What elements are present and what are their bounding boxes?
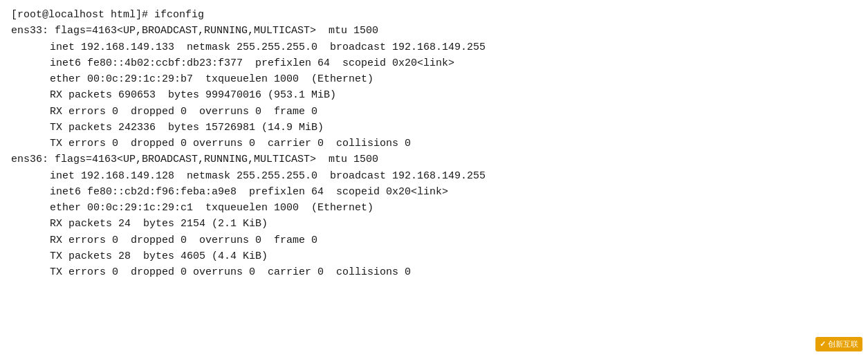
terminal-window: [root@localhost html]# ifconfigens33: fl… [0,0,868,357]
terminal-line: inet6 fe80::4b02:ccbf:db23:f377 prefixle… [11,55,857,71]
watermark-label: 创新互联 [828,339,858,349]
terminal-line: [root@localhost html]# ifconfig [11,7,857,23]
terminal-line: TX errors 0 dropped 0 overruns 0 carrier… [11,136,857,152]
terminal-line: inet 192.168.149.133 netmask 255.255.255… [11,39,857,55]
terminal-line: ens33: flags=4163<UP,BROADCAST,RUNNING,M… [11,23,857,39]
watermark: ✓ 创新互联 [815,337,862,351]
terminal-line: RX packets 24 bytes 2154 (2.1 KiB) [11,216,857,232]
terminal-line: TX packets 28 bytes 4605 (4.4 KiB) [11,248,857,264]
terminal-line: ether 00:0c:29:1c:29:b7 txqueuelen 1000 … [11,71,857,87]
terminal-line: RX errors 0 dropped 0 overruns 0 frame 0 [11,232,857,248]
terminal-line: TX errors 0 dropped 0 overruns 0 carrier… [11,264,857,280]
watermark-badge: ✓ 创新互联 [815,337,862,351]
check-icon: ✓ [820,340,826,349]
terminal-output: [root@localhost html]# ifconfigens33: fl… [11,7,857,280]
terminal-line: inet6 fe80::cb2d:f96:feba:a9e8 prefixlen… [11,184,857,200]
terminal-line: RX errors 0 dropped 0 overruns 0 frame 0 [11,104,857,120]
terminal-line: TX packets 242336 bytes 15726981 (14.9 M… [11,120,857,136]
terminal-line: ens36: flags=4163<UP,BROADCAST,RUNNING,M… [11,152,857,167]
terminal-line: RX packets 690653 bytes 999470016 (953.1… [11,87,857,103]
terminal-line: inet 192.168.149.128 netmask 255.255.255… [11,168,857,184]
terminal-line: ether 00:0c:29:1c:29:c1 txqueuelen 1000 … [11,200,857,216]
